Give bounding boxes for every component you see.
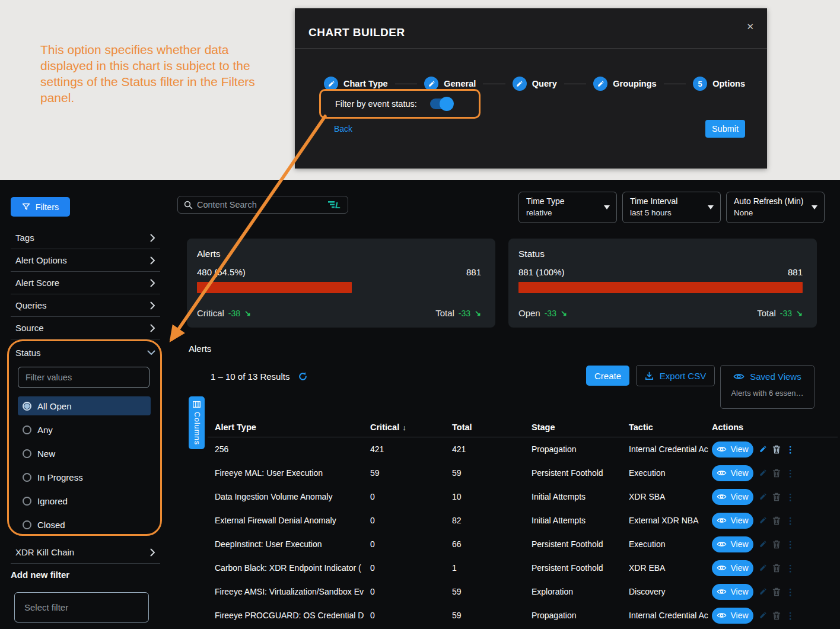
step-connector	[564, 84, 587, 84]
edit-icon[interactable]	[759, 611, 767, 620]
delete-icon[interactable]	[772, 564, 781, 573]
status-option-in-progress[interactable]: In Progress	[18, 465, 151, 489]
card-right-value: 881	[466, 267, 481, 277]
wizard-step-groupings[interactable]: Groupings	[593, 77, 656, 91]
edit-icon[interactable]	[759, 564, 767, 572]
create-button[interactable]: Create	[586, 366, 629, 386]
view-button[interactable]: View	[712, 465, 753, 481]
edit-icon[interactable]	[759, 516, 767, 525]
step-connector	[483, 84, 505, 84]
add-new-filter-label: Add new filter	[11, 570, 69, 580]
eye-icon	[717, 446, 727, 453]
more-actions-icon[interactable]: ⋮	[786, 516, 795, 525]
close-icon[interactable]: ✕	[746, 21, 754, 32]
view-button[interactable]: View	[712, 584, 753, 600]
delete-icon[interactable]	[772, 469, 781, 478]
export-csv-button[interactable]: Export CSV	[636, 365, 715, 386]
more-actions-icon[interactable]: ⋮	[786, 587, 795, 596]
table-header-row: Alert TypeCritical↓TotalStageTacticActio…	[208, 418, 838, 437]
card-values: 480 (54.5%)881	[197, 267, 481, 277]
refresh-icon[interactable]	[298, 371, 308, 382]
status-option-ignored[interactable]: Ignored	[18, 489, 151, 513]
status-filter-values-input[interactable]	[18, 367, 149, 388]
card-right-trend: Total-33↘	[757, 308, 803, 318]
column-header-tactic[interactable]: Tactic	[629, 422, 712, 432]
toggle-label: Filter by event status:	[335, 99, 417, 109]
status-option-closed[interactable]: Closed	[18, 513, 151, 536]
pencil-icon	[516, 80, 523, 88]
delete-icon[interactable]	[772, 516, 781, 525]
submit-button[interactable]: Submit	[705, 120, 745, 138]
cell-tactic: XDR SBA	[629, 492, 712, 501]
delete-icon[interactable]	[772, 445, 781, 454]
delete-icon[interactable]	[772, 587, 781, 596]
view-button[interactable]: View	[712, 513, 753, 529]
select-filter-input[interactable]	[14, 592, 149, 622]
edit-icon[interactable]	[759, 587, 767, 596]
view-button[interactable]: View	[712, 441, 753, 458]
more-actions-icon[interactable]: ⋮	[786, 611, 795, 620]
delete-icon[interactable]	[772, 540, 781, 549]
column-header-stage[interactable]: Stage	[532, 422, 629, 432]
status-option-all-open[interactable]: All Open	[18, 396, 151, 415]
dropdown-auto-refresh-min-[interactable]: Auto Refresh (Min)None	[726, 192, 825, 223]
status-option-new[interactable]: New	[18, 441, 151, 465]
cell-tactic: XDR EBA	[629, 563, 712, 573]
edit-icon[interactable]	[759, 445, 767, 453]
sidebar-item-tags[interactable]: Tags	[11, 227, 160, 249]
saved-views-button[interactable]: Saved Views	[721, 371, 814, 382]
column-header-critical[interactable]: Critical↓	[370, 422, 452, 432]
sidebar-item-alert-score[interactable]: Alert Score	[11, 272, 160, 294]
sidebar-item-xdr-kill-chain[interactable]: XDR Kill Chain	[11, 541, 160, 564]
actions-cell: View⋮	[712, 441, 840, 458]
sidebar-item-alert-options[interactable]: Alert Options	[11, 249, 160, 272]
more-actions-icon[interactable]: ⋮	[786, 469, 795, 478]
dropdown-time-interval[interactable]: Time Intervallast 5 hours	[622, 192, 721, 223]
filters-button[interactable]: Filters	[11, 197, 70, 217]
sidebar-item-queries[interactable]: Queries	[11, 294, 160, 317]
lucene-filter-icon[interactable]: L	[327, 200, 342, 209]
view-button[interactable]: View	[712, 560, 753, 576]
dropdown-time-type[interactable]: Time Typerelative	[518, 192, 617, 223]
more-actions-icon[interactable]: ⋮	[786, 564, 795, 573]
column-header-alert-type[interactable]: Alert Type	[215, 422, 370, 432]
view-button[interactable]: View	[712, 608, 753, 624]
table-row: DeepInstinct: User Execution066Persisten…	[208, 532, 838, 556]
sidebar-item-label: Alert Score	[15, 278, 59, 288]
content-search-input[interactable]	[197, 200, 323, 209]
sidebar-item-status[interactable]: Status	[15, 344, 155, 361]
column-header-total[interactable]: Total	[452, 422, 532, 432]
edit-icon[interactable]	[759, 493, 767, 501]
delete-icon[interactable]	[772, 493, 781, 501]
saved-views-panel[interactable]: Saved Views Alerts with 6 essen…	[720, 365, 814, 409]
view-button[interactable]: View	[712, 536, 753, 552]
cell-total: 1	[452, 563, 532, 573]
more-actions-icon[interactable]: ⋮	[786, 493, 795, 501]
view-button[interactable]: View	[712, 489, 753, 505]
cell-stage: Initial Attempts	[532, 516, 629, 525]
view-button-label: View	[730, 539, 748, 549]
column-header-label: Total	[452, 422, 472, 432]
more-actions-icon[interactable]: ⋮	[786, 540, 795, 549]
status-option-any[interactable]: Any	[18, 418, 151, 441]
sidebar-item-source[interactable]: Source	[11, 317, 160, 339]
caret-down-icon	[708, 205, 714, 209]
cell-critical: 421	[370, 444, 452, 454]
cell-tactic: Execution	[629, 468, 712, 478]
event-status-toggle[interactable]	[430, 99, 453, 109]
columns-button[interactable]: Columns	[189, 396, 205, 449]
delete-icon[interactable]	[772, 611, 781, 620]
pencil-icon	[327, 80, 335, 88]
edit-icon[interactable]	[759, 540, 767, 548]
eye-icon	[717, 612, 727, 619]
wizard-step-options[interactable]: 5Options	[693, 77, 745, 91]
edit-icon[interactable]	[759, 469, 767, 477]
more-actions-icon[interactable]: ⋮	[786, 445, 795, 454]
cell-alert-type: External Firewall Denial Anomaly	[215, 516, 370, 525]
pencil-icon	[759, 564, 767, 572]
cell-total: 421	[452, 444, 532, 454]
column-header-actions[interactable]: Actions	[712, 422, 840, 432]
trend-label: Total	[435, 308, 454, 318]
wizard-step-query[interactable]: Query	[513, 77, 557, 91]
back-link[interactable]: Back	[334, 124, 352, 134]
